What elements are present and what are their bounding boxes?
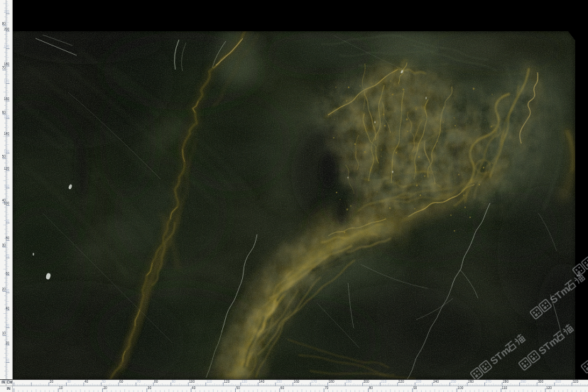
svg-text:190: 190 [346, 380, 352, 383]
svg-text:80: 80 [154, 380, 158, 383]
svg-text:IN: IN [1, 380, 5, 384]
svg-text:160: 160 [294, 380, 300, 383]
svg-text:140: 140 [4, 132, 9, 136]
svg-text:10: 10 [2, 332, 6, 335]
svg-text:CM: CM [7, 380, 13, 384]
svg-text:20: 20 [50, 380, 54, 383]
svg-text:90: 90 [6, 219, 10, 223]
svg-text:110: 110 [207, 380, 212, 383]
svg-text:170: 170 [311, 380, 317, 383]
svg-text:40: 40 [2, 199, 6, 202]
svg-text:100: 100 [457, 386, 463, 390]
svg-text:70: 70 [137, 380, 141, 383]
svg-text:110: 110 [502, 386, 508, 390]
svg-text:100: 100 [189, 380, 195, 383]
svg-text:50: 50 [2, 155, 6, 158]
svg-text:160: 160 [4, 97, 9, 101]
svg-text:50: 50 [6, 289, 10, 293]
svg-text:30: 30 [6, 324, 10, 327]
svg-text:20: 20 [2, 288, 6, 291]
svg-text:120: 120 [224, 380, 229, 383]
svg-text:210: 210 [381, 380, 386, 383]
svg-text:150: 150 [4, 115, 9, 119]
svg-text:190: 190 [4, 45, 9, 48]
svg-text:10: 10 [59, 386, 63, 390]
svg-text:50: 50 [102, 380, 106, 383]
svg-text:210: 210 [4, 10, 9, 13]
svg-text:20: 20 [103, 386, 107, 390]
svg-text:30: 30 [2, 244, 6, 247]
svg-text:220: 220 [398, 380, 404, 383]
svg-text:140: 140 [258, 380, 264, 383]
svg-text:60: 60 [119, 380, 124, 383]
svg-text:130: 130 [241, 380, 247, 383]
svg-text:70: 70 [325, 386, 329, 390]
svg-text:80: 80 [369, 386, 374, 390]
svg-text:240: 240 [433, 380, 439, 383]
svg-text:250: 250 [451, 380, 457, 383]
svg-text:130: 130 [4, 150, 9, 153]
svg-text:70: 70 [6, 254, 10, 258]
svg-text:90: 90 [413, 386, 418, 390]
svg-text:70: 70 [2, 66, 6, 70]
svg-text:180: 180 [329, 380, 334, 383]
svg-text:60: 60 [6, 272, 10, 276]
svg-text:90: 90 [172, 380, 176, 383]
svg-text:170: 170 [4, 80, 9, 83]
svg-text:320: 320 [572, 380, 578, 383]
svg-text:200: 200 [4, 28, 9, 31]
svg-text:80: 80 [6, 236, 10, 240]
svg-text:20: 20 [6, 342, 10, 345]
svg-text:270: 270 [486, 380, 491, 383]
svg-text:310: 310 [555, 380, 561, 383]
svg-text:30: 30 [67, 380, 71, 383]
svg-text:230: 230 [415, 380, 421, 383]
svg-text:40: 40 [6, 307, 10, 310]
svg-text:50: 50 [236, 386, 241, 390]
svg-text:260: 260 [468, 380, 474, 383]
svg-text:60: 60 [2, 111, 6, 114]
svg-text:200: 200 [364, 380, 369, 383]
svg-text:120: 120 [546, 386, 552, 390]
svg-text:80: 80 [2, 22, 6, 26]
svg-text:10: 10 [6, 359, 10, 362]
svg-text:280: 280 [503, 380, 508, 383]
svg-text:300: 300 [538, 380, 543, 383]
svg-text:150: 150 [276, 380, 282, 383]
svg-text:40: 40 [85, 380, 89, 383]
svg-text:40: 40 [192, 386, 196, 390]
svg-text:IN: IN [7, 386, 11, 391]
svg-text:60: 60 [281, 386, 285, 390]
svg-text:30: 30 [148, 386, 152, 390]
svg-text:290: 290 [521, 380, 526, 383]
